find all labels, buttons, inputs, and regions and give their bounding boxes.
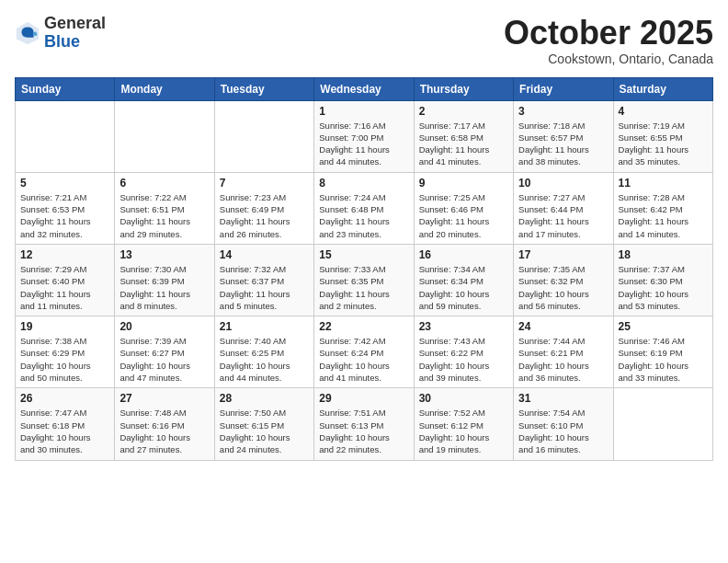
- day-number: 10: [518, 177, 608, 190]
- calendar-day-23: 23Sunrise: 7:43 AM Sunset: 6:22 PM Dayli…: [414, 316, 513, 388]
- day-info: Sunrise: 7:28 AM Sunset: 6:42 PM Dayligh…: [619, 191, 708, 240]
- header-day-wednesday: Wednesday: [314, 77, 414, 100]
- day-info: Sunrise: 7:47 AM Sunset: 6:18 PM Dayligh…: [20, 407, 109, 455]
- calendar-day-4: 4Sunrise: 7:19 AM Sunset: 6:55 PM Daylig…: [613, 100, 712, 172]
- day-info: Sunrise: 7:51 AM Sunset: 6:13 PM Dayligh…: [319, 407, 408, 455]
- day-info: Sunrise: 7:18 AM Sunset: 6:57 PM Dayligh…: [518, 120, 608, 168]
- day-number: 28: [220, 392, 309, 405]
- day-info: Sunrise: 7:30 AM Sunset: 6:39 PM Dayligh…: [119, 263, 209, 312]
- calendar-day-2: 2Sunrise: 7:17 AM Sunset: 6:58 PM Daylig…: [414, 100, 513, 172]
- calendar-day-13: 13Sunrise: 7:30 AM Sunset: 6:39 PM Dayli…: [115, 244, 214, 316]
- calendar-day-30: 30Sunrise: 7:52 AM Sunset: 6:12 PM Dayli…: [414, 388, 513, 460]
- calendar-day-9: 9Sunrise: 7:25 AM Sunset: 6:46 PM Daylig…: [414, 172, 513, 244]
- day-info: Sunrise: 7:38 AM Sunset: 6:29 PM Dayligh…: [20, 335, 109, 384]
- day-info: Sunrise: 7:33 AM Sunset: 6:35 PM Dayligh…: [319, 263, 408, 312]
- day-number: 1: [319, 105, 408, 118]
- calendar-body: 1Sunrise: 7:16 AM Sunset: 7:00 PM Daylig…: [16, 100, 713, 460]
- day-info: Sunrise: 7:44 AM Sunset: 6:21 PM Dayligh…: [518, 335, 608, 384]
- calendar-day-26: 26Sunrise: 7:47 AM Sunset: 6:18 PM Dayli…: [16, 388, 115, 460]
- calendar-day-3: 3Sunrise: 7:18 AM Sunset: 6:57 PM Daylig…: [514, 100, 613, 172]
- empty-cell: [613, 388, 712, 460]
- calendar-day-14: 14Sunrise: 7:32 AM Sunset: 6:37 PM Dayli…: [214, 244, 313, 316]
- header-day-sunday: Sunday: [16, 77, 115, 100]
- day-info: Sunrise: 7:50 AM Sunset: 6:15 PM Dayligh…: [220, 407, 309, 455]
- day-info: Sunrise: 7:37 AM Sunset: 6:30 PM Dayligh…: [619, 263, 708, 312]
- header-day-thursday: Thursday: [414, 77, 513, 100]
- calendar-day-28: 28Sunrise: 7:50 AM Sunset: 6:15 PM Dayli…: [214, 388, 313, 460]
- day-info: Sunrise: 7:32 AM Sunset: 6:37 PM Dayligh…: [220, 263, 309, 312]
- logo-general: General: [44, 14, 106, 32]
- day-number: 13: [119, 248, 209, 261]
- day-info: Sunrise: 7:25 AM Sunset: 6:46 PM Dayligh…: [419, 191, 508, 240]
- day-info: Sunrise: 7:19 AM Sunset: 6:55 PM Dayligh…: [619, 120, 708, 168]
- day-info: Sunrise: 7:40 AM Sunset: 6:25 PM Dayligh…: [220, 335, 309, 384]
- day-info: Sunrise: 7:27 AM Sunset: 6:44 PM Dayligh…: [518, 191, 608, 240]
- day-info: Sunrise: 7:39 AM Sunset: 6:27 PM Dayligh…: [119, 335, 209, 384]
- calendar-week-1: 5Sunrise: 7:21 AM Sunset: 6:53 PM Daylig…: [16, 172, 713, 244]
- day-number: 26: [20, 392, 109, 405]
- location: Cookstown, Ontario, Canada: [504, 52, 713, 66]
- calendar-day-22: 22Sunrise: 7:42 AM Sunset: 6:24 PM Dayli…: [314, 316, 414, 388]
- calendar-day-7: 7Sunrise: 7:23 AM Sunset: 6:49 PM Daylig…: [214, 172, 313, 244]
- calendar-week-0: 1Sunrise: 7:16 AM Sunset: 7:00 PM Daylig…: [16, 100, 713, 172]
- day-number: 31: [518, 392, 608, 405]
- day-number: 23: [419, 320, 508, 333]
- logo-icon: [15, 20, 40, 46]
- day-info: Sunrise: 7:42 AM Sunset: 6:24 PM Dayligh…: [319, 335, 408, 384]
- day-info: Sunrise: 7:17 AM Sunset: 6:58 PM Dayligh…: [419, 120, 508, 168]
- day-number: 30: [419, 392, 508, 405]
- empty-cell: [214, 100, 313, 172]
- header-day-friday: Friday: [514, 77, 613, 100]
- day-number: 4: [619, 105, 708, 118]
- calendar-day-6: 6Sunrise: 7:22 AM Sunset: 6:51 PM Daylig…: [115, 172, 214, 244]
- day-number: 17: [518, 248, 608, 261]
- title-block: October 2025 Cookstown, Ontario, Canada: [504, 15, 713, 66]
- calendar-day-20: 20Sunrise: 7:39 AM Sunset: 6:27 PM Dayli…: [115, 316, 214, 388]
- day-number: 16: [419, 248, 508, 261]
- header-day-monday: Monday: [115, 77, 214, 100]
- day-number: 8: [319, 177, 408, 190]
- day-info: Sunrise: 7:35 AM Sunset: 6:32 PM Dayligh…: [518, 263, 608, 312]
- day-number: 12: [20, 248, 109, 261]
- day-info: Sunrise: 7:24 AM Sunset: 6:48 PM Dayligh…: [319, 191, 408, 240]
- day-number: 11: [619, 177, 708, 190]
- calendar-day-16: 16Sunrise: 7:34 AM Sunset: 6:34 PM Dayli…: [414, 244, 513, 316]
- calendar-day-31: 31Sunrise: 7:54 AM Sunset: 6:10 PM Dayli…: [514, 388, 613, 460]
- calendar-table: SundayMondayTuesdayWednesdayThursdayFrid…: [15, 77, 713, 461]
- day-info: Sunrise: 7:23 AM Sunset: 6:49 PM Dayligh…: [220, 191, 309, 240]
- calendar-day-25: 25Sunrise: 7:46 AM Sunset: 6:19 PM Dayli…: [613, 316, 712, 388]
- calendar-week-2: 12Sunrise: 7:29 AM Sunset: 6:40 PM Dayli…: [16, 244, 713, 316]
- day-number: 27: [119, 392, 209, 405]
- logo: General Blue: [15, 15, 106, 52]
- header-day-tuesday: Tuesday: [214, 77, 313, 100]
- calendar-week-4: 26Sunrise: 7:47 AM Sunset: 6:18 PM Dayli…: [16, 388, 713, 460]
- calendar-day-10: 10Sunrise: 7:27 AM Sunset: 6:44 PM Dayli…: [514, 172, 613, 244]
- day-info: Sunrise: 7:21 AM Sunset: 6:53 PM Dayligh…: [20, 191, 109, 240]
- day-number: 15: [319, 248, 408, 261]
- calendar-day-24: 24Sunrise: 7:44 AM Sunset: 6:21 PM Dayli…: [514, 316, 613, 388]
- day-info: Sunrise: 7:16 AM Sunset: 7:00 PM Dayligh…: [319, 120, 408, 168]
- logo-blue: Blue: [44, 32, 80, 51]
- calendar-header: SundayMondayTuesdayWednesdayThursdayFrid…: [16, 77, 713, 100]
- day-number: 29: [319, 392, 408, 405]
- calendar-day-5: 5Sunrise: 7:21 AM Sunset: 6:53 PM Daylig…: [16, 172, 115, 244]
- day-number: 20: [119, 320, 209, 333]
- calendar-day-27: 27Sunrise: 7:48 AM Sunset: 6:16 PM Dayli…: [115, 388, 214, 460]
- calendar-week-3: 19Sunrise: 7:38 AM Sunset: 6:29 PM Dayli…: [16, 316, 713, 388]
- calendar-day-29: 29Sunrise: 7:51 AM Sunset: 6:13 PM Dayli…: [314, 388, 414, 460]
- calendar-day-11: 11Sunrise: 7:28 AM Sunset: 6:42 PM Dayli…: [613, 172, 712, 244]
- logo-text: General Blue: [44, 15, 106, 52]
- header-row: SundayMondayTuesdayWednesdayThursdayFrid…: [16, 77, 713, 100]
- day-number: 19: [20, 320, 109, 333]
- day-number: 21: [220, 320, 309, 333]
- empty-cell: [115, 100, 214, 172]
- day-info: Sunrise: 7:48 AM Sunset: 6:16 PM Dayligh…: [119, 407, 209, 455]
- day-number: 18: [619, 248, 708, 261]
- day-info: Sunrise: 7:43 AM Sunset: 6:22 PM Dayligh…: [419, 335, 508, 384]
- day-info: Sunrise: 7:34 AM Sunset: 6:34 PM Dayligh…: [419, 263, 508, 312]
- calendar-day-18: 18Sunrise: 7:37 AM Sunset: 6:30 PM Dayli…: [613, 244, 712, 316]
- day-info: Sunrise: 7:46 AM Sunset: 6:19 PM Dayligh…: [619, 335, 708, 384]
- header-day-saturday: Saturday: [613, 77, 712, 100]
- calendar-day-8: 8Sunrise: 7:24 AM Sunset: 6:48 PM Daylig…: [314, 172, 414, 244]
- empty-cell: [16, 100, 115, 172]
